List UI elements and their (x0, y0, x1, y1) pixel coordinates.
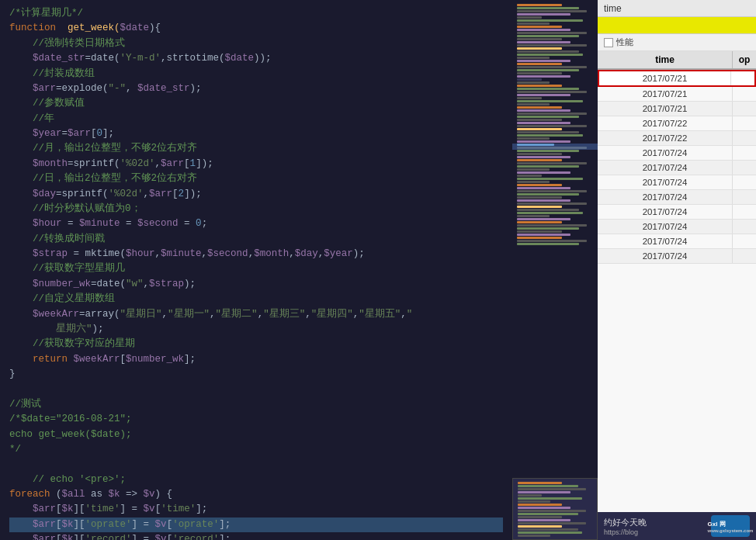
cell-time: 2017/07/21 (598, 87, 733, 101)
cell-time: 2017/07/24 (598, 161, 733, 175)
footer-text: 约好今天晚 https://blog (604, 517, 647, 536)
table-row[interactable]: 2017/07/24 (598, 234, 756, 249)
cell-time: 2017/07/24 (598, 249, 733, 263)
cell-op (733, 220, 756, 234)
code-line: echo get_week($date); (9, 428, 503, 442)
cell-time: 2017/07/22 (598, 116, 733, 130)
option-label: 性能 (616, 36, 633, 48)
cell-op (733, 234, 756, 248)
code-line: //转换成时间戳 (9, 232, 503, 247)
code-line: $day=sprintf('%02d',$arr[2]); (9, 187, 503, 202)
preview-image (512, 478, 598, 540)
code-line: // echo '<pre>'; (9, 472, 503, 487)
code-line: //月，输出2位整型，不够2位右对齐 (9, 141, 503, 156)
code-line: //自定义星期数组 (9, 292, 503, 306)
logo-name: Gxl 网 (708, 520, 754, 528)
cell-op (733, 131, 756, 145)
code-editor: /*计算星期几*/ function get_week($date){ //强制… (0, 0, 512, 540)
code-line: 星期六"); (9, 322, 503, 337)
table-body[interactable]: 2017/07/21 2017/07/21 2017/07/21 2017/07… (598, 70, 756, 512)
table-row[interactable]: 2017/07/24 (598, 249, 756, 264)
code-line: $month=sprintf('%02d',$arr[1]); (9, 157, 503, 171)
code-line: /*$date="2016-08-21"; (9, 412, 503, 427)
cell-op (733, 102, 756, 116)
code-line: $arr=explode("-", $date_str); (9, 81, 503, 96)
footer-line1: 约好今天晚 (604, 517, 647, 528)
site-logo[interactable]: Gxl 网 www.gxlsystem.com (711, 515, 750, 537)
code-line: //参数赋值 (9, 96, 503, 111)
viewport-indicator (512, 144, 598, 150)
code-line: //封装成数组 (9, 67, 503, 81)
table-row[interactable]: 2017/07/24 (598, 205, 756, 220)
code-line: //获取数字型星期几 (9, 261, 503, 276)
highlighted-code-line: $arr[$k]['oprate'] = $v['oprate']; (9, 518, 503, 532)
code-line: $hour = $minute = $second = 0; (9, 216, 503, 231)
cell-op (733, 116, 756, 130)
code-line: */ (9, 442, 503, 457)
data-top-bar: time (598, 0, 756, 17)
data-panel: time 性能 time op 2017/07/21 2017/07/21 20… (598, 0, 756, 540)
code-line: foreach ($all as $k => $v) { (9, 487, 503, 502)
table-header: time op (598, 51, 756, 70)
table-row[interactable]: 2017/07/21 (598, 70, 756, 87)
cell-time: 2017/07/22 (598, 131, 733, 145)
code-line: //年 (9, 112, 503, 126)
table-row[interactable]: 2017/07/24 (598, 146, 756, 161)
logo-url: www.gxlsystem.com (708, 528, 754, 533)
table-row[interactable]: 2017/07/22 (598, 116, 756, 131)
code-line: //获取数字对应的星期 (9, 337, 503, 351)
cell-time: 2017/07/24 (598, 220, 733, 234)
cell-op (731, 71, 754, 85)
column-header-op: op (733, 51, 756, 68)
cell-time: 2017/07/24 (598, 190, 733, 204)
table-row[interactable]: 2017/07/22 (598, 131, 756, 146)
cell-op (733, 146, 756, 160)
footer-line2: https://blog (604, 528, 647, 536)
cell-op (733, 205, 756, 219)
code-line: //强制转类日期格式 (9, 36, 503, 51)
cell-time: 2017/07/24 (598, 175, 733, 189)
code-thumbnail (512, 0, 598, 540)
code-line: //测试 (9, 397, 503, 412)
cell-op (733, 249, 756, 263)
table-row[interactable]: 2017/07/21 (598, 87, 756, 102)
cell-op (733, 161, 756, 175)
option-checkbox[interactable] (604, 38, 613, 47)
code-line: //时分秒默认赋值为0； (9, 202, 503, 216)
code-line: $strap = mktime($hour,$minute,$second,$m… (9, 247, 503, 261)
cell-time: 2017/07/21 (599, 71, 731, 85)
code-line: $weekArr=array("星期日","星期一","星期二","星期三","… (9, 307, 503, 322)
code-line (9, 382, 503, 396)
code-line: /*计算星期几*/ (9, 6, 503, 21)
footer: 约好今天晚 https://blog Gxl 网 www.gxlsystem.c… (598, 512, 756, 540)
column-header-time: time (598, 51, 733, 68)
table-row[interactable]: 2017/07/24 (598, 175, 756, 190)
table-row[interactable]: 2017/07/24 (598, 190, 756, 205)
code-line: return $weekArr[$number_wk]; (9, 352, 503, 367)
code-line: $number_wk=date("w",$strap); (9, 277, 503, 292)
table-row[interactable]: 2017/07/24 (598, 220, 756, 234)
top-bar-label: time (604, 3, 622, 14)
table-row[interactable]: 2017/07/24 (598, 161, 756, 175)
cell-op (733, 175, 756, 189)
code-line (9, 457, 503, 472)
yellow-highlight-bar (598, 17, 756, 34)
code-line: function get_week($date){ (9, 21, 503, 36)
code-line: $arr[$k]['time'] = $v['time']; (9, 502, 503, 517)
code-line: $date_str=date('Y-m-d',strtotime($date))… (9, 51, 503, 66)
code-line: } (9, 367, 503, 382)
cell-op (733, 190, 756, 204)
code-line: $arr[$k]['record'] = $v['record']; (9, 532, 503, 540)
cell-time: 2017/07/24 (598, 146, 733, 160)
cell-time: 2017/07/24 (598, 205, 733, 219)
code-line: $year=$arr[0]; (9, 126, 503, 141)
code-line: //日，输出2位整型，不够2位右对齐 (9, 171, 503, 186)
cell-time: 2017/07/21 (598, 102, 733, 116)
option-row: 性能 (598, 34, 756, 51)
thumbnail-code-view (512, 0, 598, 478)
table-row[interactable]: 2017/07/21 (598, 102, 756, 116)
cell-time: 2017/07/24 (598, 234, 733, 248)
cell-op (733, 87, 756, 101)
